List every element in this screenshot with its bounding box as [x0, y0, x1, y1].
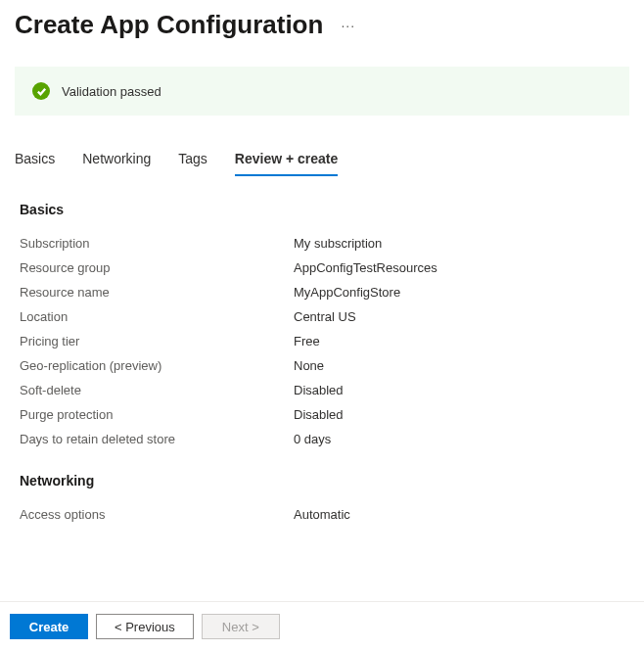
- page-title: Create App Configuration: [15, 10, 323, 40]
- kv-value: Central US: [294, 309, 356, 324]
- kv-row: Location Central US: [20, 304, 624, 329]
- footer-actions: Create < Previous Next >: [0, 601, 644, 651]
- tab-review-create[interactable]: Review + create: [235, 143, 338, 176]
- kv-key: Location: [20, 309, 294, 324]
- kv-row: Access options Automatic: [20, 502, 624, 527]
- review-content: Basics Subscription My subscription Reso…: [0, 177, 644, 527]
- check-circle-icon: [32, 82, 50, 100]
- tab-networking[interactable]: Networking: [82, 143, 151, 176]
- validation-banner: Validation passed: [15, 67, 629, 116]
- kv-key: Geo-replication (preview): [20, 358, 294, 373]
- kv-value: My subscription: [294, 236, 382, 251]
- kv-key: Soft-delete: [20, 383, 294, 397]
- kv-key: Access options: [20, 507, 294, 522]
- kv-value: Disabled: [294, 407, 344, 422]
- kv-key: Resource name: [20, 285, 294, 300]
- kv-row: Pricing tier Free: [20, 329, 624, 353]
- tabs-container: Basics Networking Tags Review + create: [15, 143, 629, 177]
- previous-button[interactable]: < Previous: [96, 614, 194, 639]
- tab-tags[interactable]: Tags: [178, 143, 207, 176]
- kv-value: Disabled: [294, 383, 344, 397]
- more-menu-icon[interactable]: ···: [341, 18, 355, 33]
- next-button: Next >: [202, 614, 280, 639]
- kv-key: Pricing tier: [20, 334, 294, 349]
- kv-row: Days to retain deleted store 0 days: [20, 427, 624, 451]
- tab-basics[interactable]: Basics: [15, 143, 55, 176]
- kv-key: Purge protection: [20, 407, 294, 422]
- kv-value: Free: [294, 334, 320, 349]
- kv-row: Geo-replication (preview) None: [20, 353, 624, 378]
- section-heading-basics: Basics: [20, 202, 624, 217]
- kv-row: Purge protection Disabled: [20, 402, 624, 427]
- kv-row: Resource name MyAppConfigStore: [20, 280, 624, 304]
- kv-key: Resource group: [20, 260, 294, 275]
- kv-value: AppConfigTestResources: [294, 260, 437, 275]
- kv-value: None: [294, 358, 324, 373]
- validation-message: Validation passed: [62, 84, 161, 99]
- kv-row: Resource group AppConfigTestResources: [20, 256, 624, 280]
- kv-value: MyAppConfigStore: [294, 285, 400, 300]
- section-heading-networking: Networking: [20, 473, 624, 488]
- kv-row: Soft-delete Disabled: [20, 378, 624, 402]
- kv-row: Subscription My subscription: [20, 231, 624, 256]
- kv-key: Subscription: [20, 236, 294, 251]
- kv-value: Automatic: [294, 507, 350, 522]
- kv-value: 0 days: [294, 432, 331, 446]
- kv-key: Days to retain deleted store: [20, 432, 294, 446]
- create-button[interactable]: Create: [10, 614, 88, 639]
